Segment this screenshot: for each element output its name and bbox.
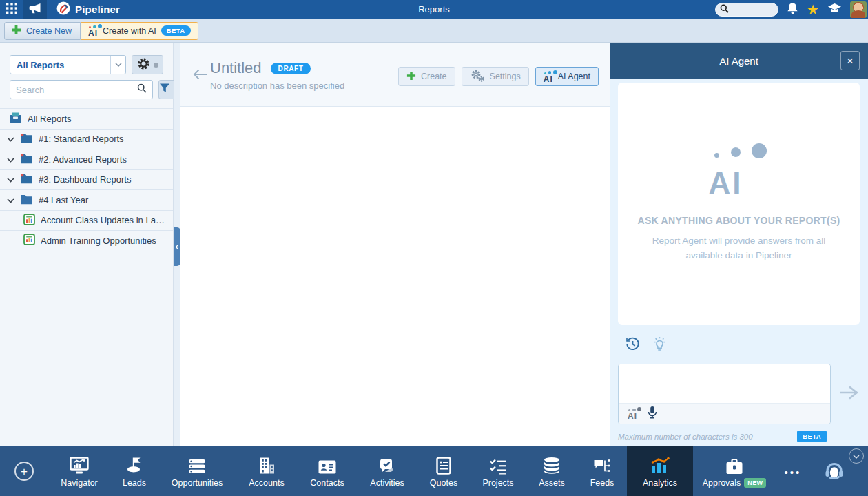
global-search[interactable]	[715, 3, 778, 17]
back-button[interactable]	[193, 69, 208, 83]
ai-panel-title: AI Agent	[719, 55, 758, 67]
sidebar-search-input[interactable]	[16, 85, 137, 95]
beta-badge: BETA	[797, 431, 827, 442]
folder-plain-icon	[20, 194, 33, 207]
contacts-icon	[318, 456, 337, 475]
nav-item-label: Feeds	[590, 478, 614, 488]
tree-item-account-class-updates[interactable]: Account Class Updates in Last Y...	[0, 211, 173, 231]
tree-item-admin-training[interactable]: Admin Training Opportunities	[0, 231, 173, 251]
quick-add-button[interactable]: +	[14, 462, 34, 481]
global-search-input[interactable]	[732, 6, 776, 14]
nav-item-assets[interactable]: Assets	[526, 446, 577, 496]
create-new-button[interactable]: Create New	[4, 22, 81, 40]
announcements-button[interactable]	[23, 0, 47, 19]
report-chart-icon	[23, 214, 35, 227]
ai-mode-icon[interactable]: AI	[628, 407, 637, 420]
nav-item-label: Navigator	[61, 478, 98, 488]
feeds-icon	[593, 456, 611, 475]
tree-item-advanced-reports[interactable]: #2: Advanced Reports	[0, 149, 173, 170]
create-with-ai-button[interactable]: AI Create with AI BETA	[81, 22, 198, 40]
topbar-right: ★	[715, 0, 868, 19]
close-panel-button[interactable]: ×	[840, 51, 860, 70]
nav-item-accounts[interactable]: Accounts	[236, 446, 298, 496]
collapse-bar-button[interactable]	[849, 448, 864, 464]
ai-message-input[interactable]	[619, 364, 830, 403]
status-badge: DRAFT	[271, 63, 311, 74]
create-toolbar: Create New AI Create with AI BETA	[0, 19, 868, 43]
accounts-icon	[258, 456, 276, 475]
reports-sidebar: All Reports	[0, 43, 174, 446]
microphone-icon	[648, 406, 657, 422]
sidebar-collapse-handle[interactable]	[174, 227, 180, 266]
nav-item-contacts[interactable]: Contacts	[298, 446, 357, 496]
nav-item-feeds[interactable]: Feeds	[577, 446, 627, 496]
chevron-down-icon[interactable]	[7, 195, 14, 205]
projects-icon	[489, 456, 507, 475]
tree-item-standard-reports[interactable]: #1: Standard Reports	[0, 130, 173, 150]
char-limit-note: Maximum number of characters is 300	[618, 433, 753, 441]
ai-welcome-card: AI ASK ANYTHING ABOUT YOUR REPORT(S) Rep…	[618, 83, 860, 325]
bell-icon	[787, 2, 798, 17]
nav-more-button[interactable]: •••	[776, 446, 810, 496]
nav-item-navigator[interactable]: Navigator	[48, 446, 110, 496]
user-avatar[interactable]	[850, 1, 867, 18]
nav-item-projects[interactable]: Projects	[470, 446, 526, 496]
ai-agent-button[interactable]: AI AI Agent	[535, 67, 599, 86]
microphone-button[interactable]	[648, 406, 657, 422]
nav-item-label: Projects	[482, 478, 513, 488]
suggestions-button[interactable]	[652, 336, 667, 355]
nav-item-activities[interactable]: Activities	[357, 446, 417, 496]
search-icon	[137, 83, 147, 96]
tree-item-label: #4 Last Year	[39, 195, 173, 205]
ai-subtext: Report Agent will provide answers from a…	[633, 234, 845, 263]
chevron-down-icon[interactable]	[7, 174, 14, 185]
nav-item-label: Approvals	[703, 478, 741, 488]
nav-item-approvals[interactable]: Approvals NEW	[693, 446, 776, 496]
app-launcher-button[interactable]	[0, 0, 23, 19]
headset-icon	[823, 460, 845, 484]
report-canvas	[180, 107, 610, 446]
megaphone-icon	[29, 3, 41, 17]
training-button[interactable]	[827, 3, 842, 17]
tree-item-last-year[interactable]: #4 Last Year	[0, 190, 173, 211]
ai-note-row: Maximum number of characters is 300 BETA	[618, 431, 860, 442]
create-button[interactable]: Create	[398, 67, 455, 86]
nav-item-quotes[interactable]: Quotes	[417, 446, 470, 496]
plus-icon: +	[21, 466, 28, 477]
send-arrow-icon	[839, 385, 860, 403]
favorites-button[interactable]: ★	[807, 3, 819, 17]
create-with-ai-label: Create with AI	[103, 26, 156, 36]
close-icon: ×	[847, 55, 854, 67]
tree-item-label: Account Class Updates in Last Y...	[41, 215, 173, 225]
more-icon: •••	[785, 466, 802, 478]
ai-tools-row	[618, 336, 860, 355]
nav-item-opportunities[interactable]: Opportunities	[158, 446, 236, 496]
tree-item-label: #1: Standard Reports	[39, 134, 173, 144]
chevron-down-icon[interactable]	[7, 134, 14, 144]
lightbulb-icon	[652, 336, 667, 355]
nav-item-leads[interactable]: Leads	[110, 446, 158, 496]
chevron-down-icon[interactable]	[7, 154, 14, 165]
tree-item-dashboard-reports[interactable]: #3: Dashboard Reports	[0, 170, 173, 191]
report-set-dropdown[interactable]: All Reports	[10, 55, 126, 74]
tree-item-label: #3: Dashboard Reports	[39, 174, 173, 185]
tree-item-all-reports[interactable]: All Reports	[0, 109, 173, 130]
ai-agent-panel: AI Agent × AI ASK ANYTHING ABOUT YOUR RE…	[610, 43, 868, 446]
leads-icon	[125, 456, 143, 475]
tree-item-label: Admin Training Opportunities	[41, 236, 173, 246]
nav-item-label: Leads	[123, 478, 146, 488]
sidebar-search[interactable]	[10, 80, 153, 99]
pipeliner-logo-icon	[56, 1, 70, 18]
notifications-button[interactable]	[787, 2, 798, 17]
chevron-left-icon	[175, 240, 179, 253]
tree-item-label: All Reports	[28, 114, 173, 124]
nav-item-analytics[interactable]: Analytics	[627, 446, 693, 496]
history-button[interactable]	[625, 336, 641, 355]
plus-icon	[11, 25, 21, 37]
ai-headline: ASK ANYTHING ABOUT YOUR REPORT(S)	[637, 215, 840, 226]
send-button[interactable]	[839, 385, 860, 403]
sidebar-settings-button[interactable]	[132, 55, 163, 74]
nav-item-label: Assets	[539, 478, 565, 488]
settings-button[interactable]: Settings	[462, 67, 529, 86]
gear-icon	[137, 57, 150, 73]
